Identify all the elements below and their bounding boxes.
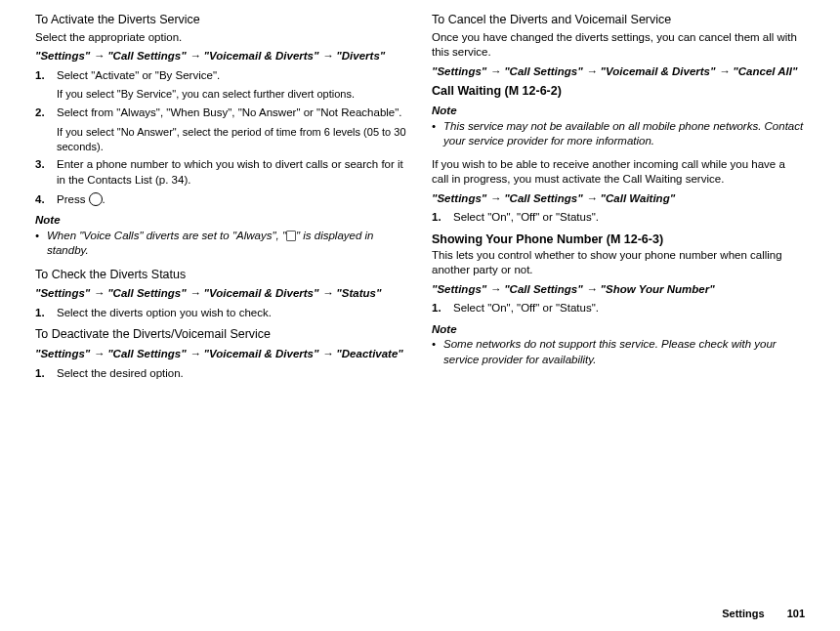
activate-step-2: Select from "Always", "When Busy", "No A… xyxy=(35,105,408,153)
activate-title: To Activate the Diverts Service xyxy=(35,12,408,28)
callwaiting-note-item: This service may not be available on all… xyxy=(432,119,805,149)
activate-step-4: Press . xyxy=(35,192,408,208)
deactivate-title: To Deactivate the Diverts/Voicemail Serv… xyxy=(35,326,408,343)
step-text: Select the diverts option you wish to ch… xyxy=(57,307,272,318)
deactivate-steps: Select the desired option. xyxy=(35,366,408,382)
step-text-pre: Press xyxy=(57,193,89,205)
callwaiting-title: Call Waiting xyxy=(432,84,501,98)
cancel-intro: Once you have changed the diverts settin… xyxy=(432,30,805,61)
callwaiting-path: "Settings" → "Call Settings" → "Call Wai… xyxy=(432,191,805,207)
activate-step-1-sub: If you select "By Service", you can sele… xyxy=(57,87,408,102)
activate-note: When "Voice Calls" diverts are set to "A… xyxy=(35,229,408,259)
divert-status-icon xyxy=(286,231,296,241)
check-steps: Select the diverts option you wish to ch… xyxy=(35,306,408,321)
check-title: To Check the Diverts Status xyxy=(35,267,408,283)
shownum-mcode: (M 12-6-3) xyxy=(603,232,663,246)
cancel-path: "Settings" → "Call Settings" → "Voicemai… xyxy=(432,64,805,80)
cancel-title: To Cancel the Diverts and Voicemail Serv… xyxy=(432,12,805,28)
shownum-intro: This lets you control whether to show yo… xyxy=(432,248,805,278)
shownum-note-label: Note xyxy=(432,322,805,338)
step-text: Select "On", "Off" or "Status". xyxy=(453,211,599,223)
footer-section: Settings xyxy=(722,608,764,619)
callwaiting-note: This service may not be available on all… xyxy=(432,119,805,149)
activate-step-3: Enter a phone number to which you wish t… xyxy=(35,157,408,188)
activate-steps: Select "Activate" or "By Service". If yo… xyxy=(35,68,408,207)
check-step-1: Select the diverts option you wish to ch… xyxy=(35,306,408,321)
note-pre: When "Voice Calls" diverts are set to "A… xyxy=(47,230,286,241)
footer-page: 101 xyxy=(787,608,805,619)
activate-note-item: When "Voice Calls" diverts are set to "A… xyxy=(35,229,408,259)
step-text: Select "On", "Off" or "Status". xyxy=(453,302,599,314)
shownum-steps: Select "On", "Off" or "Status". xyxy=(432,301,805,316)
callwaiting-note-label: Note xyxy=(432,104,805,119)
page-footer: Settings 101 xyxy=(722,607,805,621)
activate-note-label: Note xyxy=(35,213,408,229)
center-key-icon xyxy=(89,192,103,206)
activate-step-2-sub: If you select "No Answer", select the pe… xyxy=(57,125,408,154)
shownum-heading: Showing Your Phone Number (M 12-6-3) xyxy=(432,231,805,248)
shownum-step-1: Select "On", "Off" or "Status". xyxy=(432,301,805,316)
activate-step-1: Select "Activate" or "By Service". If yo… xyxy=(35,68,408,102)
activate-intro: Select the appropriate option. xyxy=(35,30,408,46)
step-text: Select the desired option. xyxy=(57,367,184,379)
callwaiting-para: If you wish to be able to receive anothe… xyxy=(432,157,805,188)
callwaiting-mcode: (M 12-6-2) xyxy=(501,84,562,98)
step-text: Select from "Always", "When Busy", "No A… xyxy=(57,106,402,118)
shownum-note: Some networks do not support this servic… xyxy=(432,337,805,367)
right-column: To Cancel the Diverts and Voicemail Serv… xyxy=(432,10,805,387)
callwaiting-step-1: Select "On", "Off" or "Status". xyxy=(432,210,805,226)
step-text: Enter a phone number to which you wish t… xyxy=(57,158,403,186)
deactivate-step-1: Select the desired option. xyxy=(35,366,408,382)
check-path: "Settings" → "Call Settings" → "Voicemai… xyxy=(35,286,408,302)
callwaiting-steps: Select "On", "Off" or "Status". xyxy=(432,210,805,226)
activate-path: "Settings" → "Call Settings" → "Voicemai… xyxy=(35,49,408,64)
deactivate-path: "Settings" → "Call Settings" → "Voicemai… xyxy=(35,347,408,362)
step-text: Select "Activate" or "By Service". xyxy=(57,69,220,81)
step-text-post: . xyxy=(103,193,105,205)
shownum-path: "Settings" → "Call Settings" → "Show You… xyxy=(432,282,805,298)
callwaiting-heading: Call Waiting (M 12-6-2) xyxy=(432,83,805,100)
page-columns: To Activate the Diverts Service Select t… xyxy=(35,10,805,387)
left-column: To Activate the Diverts Service Select t… xyxy=(35,10,408,387)
shownum-note-item: Some networks do not support this servic… xyxy=(432,337,805,367)
shownum-title: Showing Your Phone Number xyxy=(432,232,603,246)
